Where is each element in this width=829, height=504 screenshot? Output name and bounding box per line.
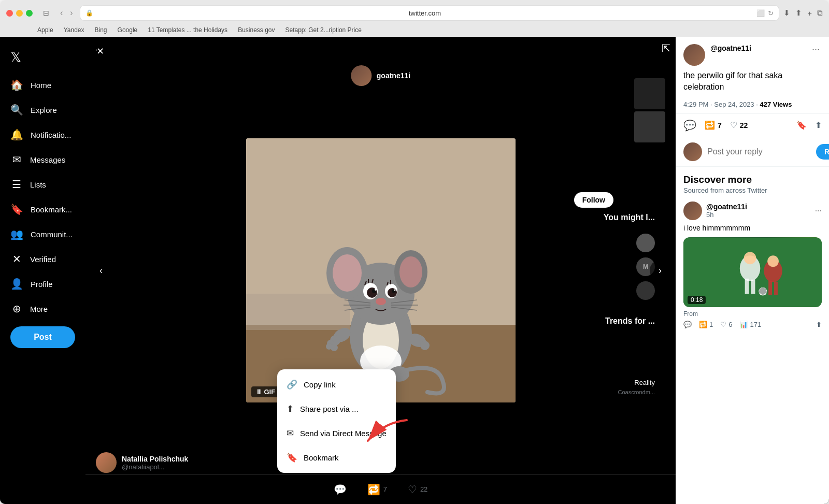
discover-like-count: 6 bbox=[728, 321, 732, 328]
back-btn[interactable]: ‹ bbox=[58, 7, 65, 19]
svg-point-13 bbox=[326, 343, 332, 350]
discover-tweet-time: 5h bbox=[706, 211, 811, 219]
profile-icon: 👤 bbox=[10, 278, 23, 290]
tweet-author-info: @goatne11i bbox=[710, 44, 805, 52]
tweet-time: 4:29 PM · Sep 24, 2023 · bbox=[683, 100, 760, 108]
retweet-stat-icon: 🔁 bbox=[705, 120, 715, 130]
tweet-avatar[interactable] bbox=[683, 44, 705, 66]
share-post-label: Share post via ... bbox=[300, 405, 359, 413]
pause-icon: ⏸ bbox=[255, 388, 262, 396]
address-bar[interactable]: 🔒 twitter.com ⬜ ↻ bbox=[80, 5, 780, 21]
discover-views-icon: 📊 bbox=[739, 321, 748, 328]
sidebar-item-verified[interactable]: ✕ Verified bbox=[4, 248, 81, 270]
more-icon: ⊕ bbox=[10, 303, 23, 315]
discover-tweet: @goatne11i 5h ··· i love himmmmmmm bbox=[683, 199, 822, 333]
sidebar-item-label: Lists bbox=[30, 180, 46, 189]
sidebar-item-lists[interactable]: ☰ Lists bbox=[4, 173, 81, 196]
refresh-icon[interactable]: ↻ bbox=[768, 9, 774, 17]
sidebar-item-label: Notificatio... bbox=[31, 131, 71, 139]
bookmark-stat-btn[interactable]: 🔖 bbox=[796, 120, 807, 130]
prev-image-btn[interactable]: ‹ bbox=[91, 260, 111, 281]
discover-tweet-author-info: @goatne11i 5h bbox=[706, 203, 811, 219]
bookmark-apple[interactable]: Apple bbox=[37, 26, 53, 34]
bookmark-bing[interactable]: Bing bbox=[95, 26, 107, 34]
lists-icon: ☰ bbox=[10, 178, 23, 191]
lock-icon: 🔒 bbox=[85, 9, 93, 17]
discover-like-btn[interactable]: ♡ 6 bbox=[720, 321, 732, 328]
sidebar-item-messages[interactable]: ✉ Messages bbox=[4, 148, 81, 171]
address-actions: ⬜ ↻ bbox=[756, 9, 774, 17]
tweet-more-btn[interactable]: ··· bbox=[810, 44, 822, 55]
share-icon: ⬜ bbox=[756, 9, 765, 17]
discover-tweet-more-btn[interactable]: ··· bbox=[815, 206, 822, 215]
share-stat-btn[interactable]: ⬆ bbox=[815, 120, 822, 130]
bookmark-business[interactable]: Business gov bbox=[238, 26, 275, 34]
discover-views-btn[interactable]: 📊 171 bbox=[739, 321, 761, 328]
new-tab-btn[interactable]: + bbox=[807, 9, 812, 18]
sidebar-item-label: Profile bbox=[31, 280, 53, 289]
comment-stat-btn[interactable]: 💬 bbox=[683, 119, 696, 132]
image-viewer: ✕ ⇱ ‹ › bbox=[85, 37, 676, 504]
discover-tweet-header: @goatne11i 5h ··· bbox=[683, 201, 822, 220]
discover-video-thumbnail[interactable]: 0:18 bbox=[683, 237, 822, 307]
share-btn[interactable]: ⬆ bbox=[795, 8, 802, 18]
share-post-icon: ⬆ bbox=[287, 404, 294, 414]
like-stat-btn[interactable]: ♡ 22 bbox=[730, 120, 748, 130]
reply-input[interactable] bbox=[707, 147, 811, 156]
svg-point-29 bbox=[388, 288, 397, 297]
explore-icon: 🔍 bbox=[10, 104, 23, 116]
tweet-stats-row: 💬 🔁 7 ♡ 22 🔖 ⬆ bbox=[676, 113, 829, 137]
bookmark-google[interactable]: Google bbox=[118, 26, 138, 34]
discover-share-icon: ⬆ bbox=[816, 321, 822, 328]
copy-link-icon: 🔗 bbox=[287, 379, 297, 390]
views-word: Views bbox=[773, 100, 792, 108]
sidebar-item-communities[interactable]: 👥 Communit... bbox=[4, 223, 81, 246]
forward-btn[interactable]: › bbox=[67, 7, 75, 19]
svg-point-49 bbox=[767, 256, 779, 267]
close-traffic-light[interactable] bbox=[6, 10, 13, 17]
sidebar-item-label: Verified bbox=[30, 255, 56, 264]
discover-comment-btn[interactable]: 💬 bbox=[683, 321, 692, 328]
svg-rect-50 bbox=[768, 281, 772, 295]
context-menu-item-bookmark[interactable]: 🔖 Bookmark bbox=[277, 445, 396, 470]
close-image-viewer-btn[interactable]: ✕ bbox=[91, 42, 109, 61]
svg-rect-46 bbox=[745, 279, 749, 294]
discover-share-btn[interactable]: ⬆ bbox=[816, 321, 822, 328]
discover-section: Discover more Sourced from across Twitte… bbox=[676, 167, 829, 337]
maximize-traffic-light[interactable] bbox=[26, 10, 33, 17]
bookmark-setapp[interactable]: Setapp: Get 2...ription Price bbox=[285, 26, 362, 34]
discover-like-icon: ♡ bbox=[720, 321, 726, 328]
svg-rect-51 bbox=[774, 282, 778, 295]
gif-image bbox=[246, 138, 516, 402]
right-panel: @goatne11i ··· the perwilo gif for that … bbox=[676, 37, 829, 504]
sidebar-item-label: Communit... bbox=[31, 230, 73, 239]
retweet-stat-btn[interactable]: 🔁 7 bbox=[705, 120, 722, 130]
sidebar-item-explore[interactable]: 🔍 Explore bbox=[4, 98, 81, 121]
download-btn[interactable]: ⬇ bbox=[783, 8, 790, 18]
browser-actions: ⬇ ⬆ + ⧉ bbox=[783, 8, 823, 18]
minimize-traffic-light[interactable] bbox=[16, 10, 23, 17]
reply-button[interactable]: Reply bbox=[816, 144, 829, 160]
discover-retweet-btn[interactable]: 🔁 1 bbox=[699, 321, 713, 328]
notifications-icon: 🔔 bbox=[10, 128, 23, 141]
bookmark-templates[interactable]: 11 Templates ... the Holidays bbox=[148, 26, 227, 34]
post-tweet-button[interactable]: Post bbox=[10, 326, 75, 348]
discover-retweet-count: 1 bbox=[709, 321, 713, 328]
next-image-btn[interactable]: › bbox=[650, 260, 670, 281]
tab-overview-btn[interactable]: ⧉ bbox=[817, 8, 823, 18]
bookmark-yandex[interactable]: Yandex bbox=[64, 26, 84, 34]
sidebar-item-home[interactable]: 🏠 Home bbox=[4, 74, 81, 96]
bookmarks-icon: 🔖 bbox=[10, 203, 23, 215]
twitter-x-logo[interactable]: 𝕏 bbox=[4, 45, 81, 69]
sidebar-item-more[interactable]: ⊕ More bbox=[4, 297, 81, 320]
sidebar-item-profile[interactable]: 👤 Profile bbox=[4, 272, 81, 295]
messages-icon: ✉ bbox=[10, 153, 23, 166]
discover-tweet-avatar[interactable] bbox=[683, 201, 702, 220]
discover-retweet-icon: 🔁 bbox=[699, 321, 707, 328]
verified-icon: ✕ bbox=[10, 253, 23, 265]
sidebar-toggle-btn[interactable]: ⊟ bbox=[41, 8, 51, 18]
context-menu-item-copy-link[interactable]: 🔗 Copy link bbox=[277, 372, 396, 397]
sidebar-item-bookmarks[interactable]: 🔖 Bookmark... bbox=[4, 198, 81, 221]
expand-image-btn[interactable]: ⇱ bbox=[662, 42, 670, 54]
sidebar-item-notifications[interactable]: 🔔 Notificatio... bbox=[4, 123, 81, 146]
